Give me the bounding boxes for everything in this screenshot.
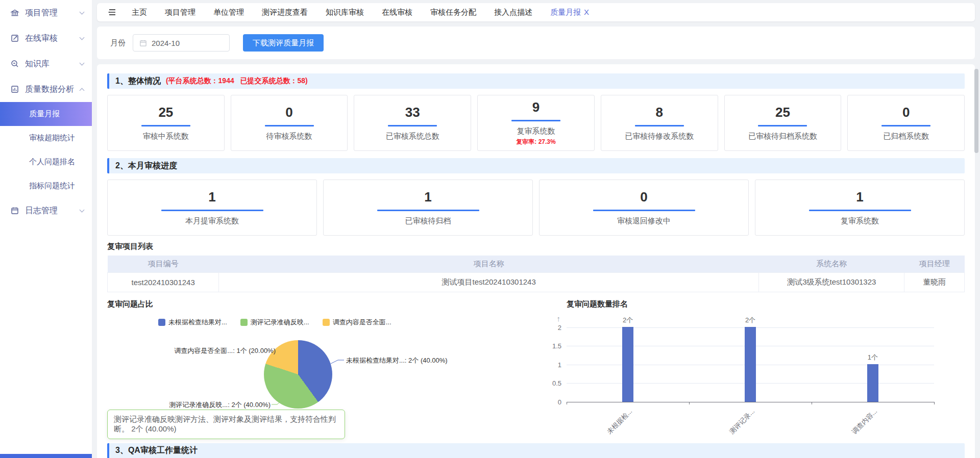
sidebar-item-label: 日志管理: [25, 206, 58, 216]
tab-online-review[interactable]: 在线审核: [382, 8, 412, 17]
sidebar-subitem-overdue-stats[interactable]: 审核超期统计: [0, 126, 92, 150]
stat-value: 0: [640, 189, 647, 205]
tab-close-icon[interactable]: X: [584, 8, 589, 16]
x-category-label: 测评记录...: [728, 407, 757, 436]
tab-task-assign[interactable]: 审核任务分配: [430, 8, 476, 17]
stat-value: 1: [208, 189, 215, 205]
cell-system-name: 测试3级系统test10301323: [759, 272, 904, 292]
chevron-down-icon: [80, 35, 85, 40]
sidebar-item-label: 质量数据分析: [25, 84, 74, 95]
x-category-label: 未根据检...: [605, 407, 634, 436]
tab-bar: 主页 项目管理 单位管理 测评进度查看 知识库审核 在线审核 审核任务分配 接入…: [97, 3, 975, 21]
tab-access-point[interactable]: 接入点描述: [494, 8, 532, 17]
stat-label: 待审核系统数: [266, 132, 312, 141]
pie-chart-title: 复审问题占比: [107, 299, 505, 309]
menu-fold-icon[interactable]: [107, 7, 117, 17]
section-title: 1、整体情况: [115, 76, 161, 87]
bar-column: [622, 327, 633, 402]
stat-value: 8: [655, 105, 663, 120]
tab-progress-view[interactable]: 测评进度查看: [262, 8, 308, 17]
chevron-up-icon: [80, 88, 85, 93]
stat-value: 0: [902, 105, 910, 120]
y-tick-label: 1: [558, 361, 561, 368]
chevron-down-icon: [80, 207, 85, 212]
y-tick-label: 2: [558, 323, 561, 331]
stat-underline: [161, 210, 263, 211]
table-header-row: 项目编号 项目名称 系统名称 项目经理: [108, 256, 965, 272]
legend-item[interactable]: 调查内容是否全面...: [323, 318, 391, 327]
tab-quality-monthly-report[interactable]: 质量月报X: [550, 8, 589, 17]
section-header-overview: 1、整体情况 (平台系统总数：1944 已提交系统总数：58): [107, 73, 965, 89]
sidebar-subitem-indicator-issue-stats[interactable]: 指标问题统计: [0, 174, 92, 198]
stat-underline: [809, 210, 911, 211]
download-report-button[interactable]: 下载测评质量月报: [243, 34, 324, 52]
col-header-project-name: 项目名称: [219, 256, 759, 272]
main-area: 主页 项目管理 单位管理 测评进度查看 知识库审核 在线审核 审核任务分配 接入…: [92, 0, 980, 458]
sidebar-subitem-label: 指标问题统计: [29, 181, 75, 191]
tab-project-mgmt[interactable]: 项目管理: [165, 8, 195, 17]
bar-survey[interactable]: 1个: [867, 364, 878, 402]
tab-home[interactable]: 主页: [132, 8, 147, 17]
stat-underline: [511, 120, 560, 121]
bar-record[interactable]: 2个: [745, 327, 756, 402]
x-axis-tick: [567, 402, 567, 404]
stat-underline: [388, 125, 437, 126]
chevron-down-icon: [80, 60, 85, 65]
sidebar-item-quality-analysis[interactable]: 质量数据分析: [0, 77, 92, 102]
sidebar: 项目管理 在线审核 知识库 质量数据分析 质量月报 审核超期统计 个人问题排名 …: [0, 0, 92, 458]
overview-stat-row: 25 审核中系统数 0 待审核系统数 33 已审核系统总数 9 复审系统数 复审…: [107, 95, 965, 151]
stat-card-reviewing: 25 审核中系统数: [107, 95, 225, 151]
bar-value-label: 2个: [623, 316, 633, 325]
sidebar-item-project-mgmt[interactable]: 项目管理: [0, 0, 92, 26]
stat-underline: [881, 125, 930, 126]
col-header-system-name: 系统名称: [759, 256, 904, 272]
section-header-month-progress: 2、本月审核进度: [107, 158, 965, 173]
pie-tooltip: 测评记录准确反映测评方法、测评对象及测评结果，支持符合性判断。 2个 (40.0…: [107, 410, 345, 439]
stat-label: 已审核系统总数: [386, 132, 439, 141]
sidebar-subitem-quality-monthly-report[interactable]: 质量月报: [0, 102, 92, 126]
legend-item[interactable]: 未根据检查结果对...: [158, 318, 227, 327]
stat-underline: [377, 210, 479, 211]
section-title: 2、本月审核进度: [115, 161, 177, 171]
sidebar-subitem-label: 审核超期统计: [29, 133, 75, 143]
vertical-scrollbar-thumb[interactable]: [974, 69, 978, 153]
stat-card-month-submitted: 1 本月提审系统数: [107, 180, 317, 236]
bar-column: [867, 364, 878, 402]
stat-underline: [141, 125, 190, 126]
sidebar-item-online-review[interactable]: 在线审核: [0, 26, 92, 51]
stat-label: 审核退回修改中: [617, 216, 671, 226]
pie-callout-record: 测评记录准确反映...: 2个 (40.00%): [169, 400, 271, 410]
stat-card-month-returned: 0 审核退回修改中: [539, 180, 749, 236]
y-tick-label: 1.5: [552, 342, 561, 350]
stat-label: 复审系统数: [841, 216, 879, 226]
section-note: (平台系统总数：1944 已提交系统总数：58): [166, 77, 308, 86]
y-tick-label: 0.5: [552, 379, 561, 387]
pie-callout-survey: 调查内容是否全面...: 1个 (20.00%): [174, 346, 276, 355]
legend-item[interactable]: 测评记录准确反映...: [240, 318, 309, 327]
legend-label: 测评记录准确反映...: [251, 318, 309, 327]
stat-value: 25: [775, 105, 790, 120]
sidebar-subitem-personal-issue-rank[interactable]: 个人问题排名: [0, 150, 92, 174]
stat-card-re-review: 9 复审系统数 复审率: 27.3%: [477, 95, 595, 151]
x-axis-tick: [689, 402, 690, 404]
stat-label: 审核中系统数: [143, 132, 189, 141]
bar-value-label: 2个: [745, 316, 755, 325]
sidebar-bottom-strip: [0, 454, 92, 458]
stat-card-pending: 0 待审核系统数: [231, 95, 348, 151]
y-tick-label: 0: [558, 398, 561, 405]
table-row: test202410301243 测试项目test202410301243 测试…: [108, 272, 965, 292]
month-stat-row: 1 本月提审系统数 1 已审核待归档 0 审核退回修改中 1 复审系统数: [107, 180, 965, 236]
cell-project-id: test202410301243: [108, 272, 219, 292]
stat-value: 1: [424, 189, 431, 205]
sidebar-item-knowledge-base[interactable]: 知识库: [0, 51, 92, 77]
bar-not-based[interactable]: 2个: [622, 327, 633, 402]
tab-unit-mgmt[interactable]: 单位管理: [213, 8, 244, 17]
stat-value: 0: [285, 105, 292, 120]
x-category-label: 调查内容...: [850, 407, 879, 436]
sidebar-item-log-mgmt[interactable]: 日志管理: [0, 198, 92, 223]
month-picker-input[interactable]: 2024-10: [133, 34, 230, 52]
cell-project-name: 测试项目test202410301243: [219, 272, 759, 292]
legend-label: 调查内容是否全面...: [333, 318, 391, 327]
bar-plot-area: ↑ 2 1.5 1 0.5 0 2个 2个: [567, 327, 934, 402]
tab-knowledge-review[interactable]: 知识库审核: [326, 8, 364, 17]
